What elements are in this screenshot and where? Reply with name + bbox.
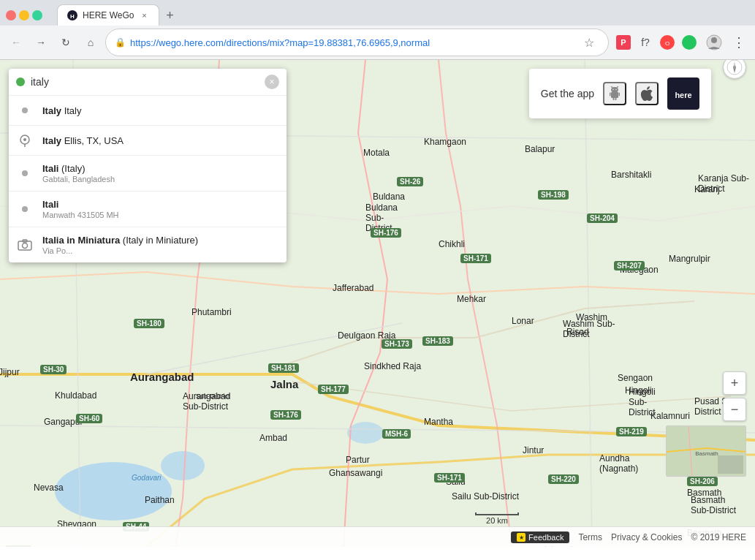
city-paithan: Paithan: [145, 495, 175, 505]
bookmark-button[interactable]: ☆: [579, 32, 599, 53]
city-nevasa: Nevasa: [34, 483, 64, 493]
city-washim-sub: Washim Sub-District: [563, 319, 615, 339]
road-sh176b: SH-176: [270, 410, 301, 420]
road-sh181: SH-181: [268, 363, 299, 373]
road-sh180: SH-180: [134, 319, 164, 328]
suggestion-italy-ellis[interactable]: Italy Ellis, TX, USA: [9, 126, 287, 155]
city-mantha: Mantha: [424, 417, 453, 427]
suggestion-itali-manwath[interactable]: Itali Manwath 431505 MH: [9, 192, 287, 227]
f-extension-button[interactable]: f?: [635, 32, 656, 53]
window-minimize-button[interactable]: [19, 10, 29, 20]
pocket-icon: P: [616, 35, 631, 50]
city-chikhli: Chikhli: [439, 239, 465, 249]
active-tab[interactable]: H HERE WeGo ×: [57, 4, 159, 26]
red-extension-button[interactable]: O: [657, 32, 678, 53]
feedback-button[interactable]: ★ Feedback: [511, 531, 569, 543]
svg-rect-27: [615, 98, 617, 100]
svg-point-16: [23, 243, 28, 249]
browser-menu-button[interactable]: ⋮: [729, 32, 749, 53]
window-maximize-button[interactable]: [32, 10, 42, 20]
svg-text:here: here: [675, 91, 691, 99]
svg-text:O: O: [665, 40, 669, 47]
svg-text:Basmath: Basmath: [695, 450, 718, 457]
road-sh219: SH-219: [616, 427, 647, 436]
android-icon: [606, 85, 623, 102]
svg-point-4: [685, 38, 694, 47]
tab-title: HERE WeGo: [83, 10, 134, 20]
apple-app-button[interactable]: [635, 82, 659, 105]
menu-icon: ⋮: [732, 34, 745, 50]
url-bar[interactable]: 🔒 https://wego.here.com/directions/mix?m…: [105, 29, 609, 56]
scale-line: [475, 512, 519, 515]
city-aur-sub: Sub-District: [196, 393, 230, 400]
scale-label: 20 km: [486, 516, 508, 525]
suggestion-text-1: Italy Italy: [42, 105, 81, 116]
home-button[interactable]: ⌂: [80, 32, 101, 53]
refresh-button[interactable]: ↻: [56, 32, 76, 53]
compass-icon: [726, 60, 743, 75]
pocket-extension-button[interactable]: P: [613, 32, 634, 53]
profile-button[interactable]: [704, 32, 724, 53]
city-jalna: Jalna: [270, 378, 298, 390]
bottom-bar: ★ Feedback Terms Privacy & Cookies © 201…: [0, 526, 755, 547]
suggestion-itali-italy[interactable]: Itali (Italy) Gabtali, Bangladesh: [9, 156, 287, 191]
svg-line-22: [617, 87, 618, 88]
android-app-button[interactable]: [603, 82, 626, 105]
zoom-out-button[interactable]: −: [723, 398, 746, 421]
suggestion-italy-italy[interactable]: Italy Italy: [9, 96, 287, 125]
suggestion-main-4: Itali: [42, 199, 119, 210]
suggestion-main-5: Italia in Miniatura (Italy in Miniature): [42, 235, 198, 246]
city-kalamnuri: Kalamnuri: [650, 411, 690, 421]
minimap[interactable]: Basmath: [666, 425, 746, 477]
road-sh204: SH-204: [587, 213, 618, 223]
svg-point-13: [23, 138, 26, 141]
green-icon: [682, 35, 697, 50]
road-sh60: SH-60: [76, 414, 102, 423]
road-sh220: SH-220: [548, 474, 579, 484]
search-clear-button[interactable]: ×: [265, 75, 279, 89]
here-logo: here: [667, 77, 699, 110]
privacy-link[interactable]: Privacy & Cookies: [611, 532, 682, 542]
suggestion-sub-5: Via Po...: [42, 246, 198, 255]
city-hingoli-sub: HingoliSub-District: [629, 387, 656, 417]
svg-point-19: [612, 89, 613, 90]
road-sh173: SH-173: [382, 339, 412, 349]
zoom-in-button[interactable]: +: [723, 371, 746, 395]
city-ghansawangi: Ghansawangi: [329, 468, 382, 478]
search-input[interactable]: [31, 76, 259, 88]
city-jijpur: Jijpur: [0, 367, 20, 377]
suggestion-italia-miniatura[interactable]: Italia in Miniatura (Italy in Miniature)…: [9, 227, 287, 262]
tab-close-button[interactable]: ×: [138, 10, 150, 21]
new-tab-button[interactable]: +: [159, 5, 180, 26]
city-aurangabad: Aurangabad: [130, 371, 194, 383]
lock-icon: 🔒: [115, 37, 126, 48]
svg-text:★: ★: [519, 534, 524, 541]
suggestion-dot-icon-3: [18, 166, 32, 181]
city-jintur: Jintur: [523, 445, 544, 455]
green-extension-button[interactable]: [679, 32, 699, 53]
title-bar: H HERE WeGo × +: [0, 0, 755, 26]
svg-point-8: [55, 462, 172, 521]
road-sh26: SH-26: [397, 177, 423, 186]
home-icon: ⌂: [88, 37, 94, 48]
terms-link[interactable]: Terms: [578, 532, 602, 542]
suggestion-dot-icon-1: [18, 103, 32, 118]
city-phutambri: Phutambri: [191, 307, 232, 317]
svg-point-20: [615, 89, 616, 90]
city-jafferabad: Jafferabad: [333, 283, 374, 293]
city-basmath-sub: BasmathSub-District: [691, 495, 736, 515]
city-buldana: Buldana: [373, 192, 405, 202]
svg-rect-23: [611, 92, 618, 98]
address-bar: ← → ↻ ⌂ 🔒 https://wego.here.com/directio…: [0, 26, 755, 59]
scale-bar: 20 km: [475, 512, 519, 525]
city-barshitakli: Barshitakli: [611, 170, 651, 180]
back-button[interactable]: ←: [6, 32, 26, 53]
window-close-button[interactable]: [6, 10, 16, 20]
map-container[interactable]: Godavari Khamgaon Balapur Motala Barshit…: [0, 60, 755, 547]
svg-point-9: [161, 451, 205, 480]
suggestion-sub-4: Manwath 431505 MH: [42, 211, 119, 219]
forward-button[interactable]: →: [31, 32, 51, 53]
svg-text:H: H: [70, 13, 75, 20]
window-controls: [6, 10, 42, 20]
road-sh171b: SH-171: [434, 473, 465, 483]
